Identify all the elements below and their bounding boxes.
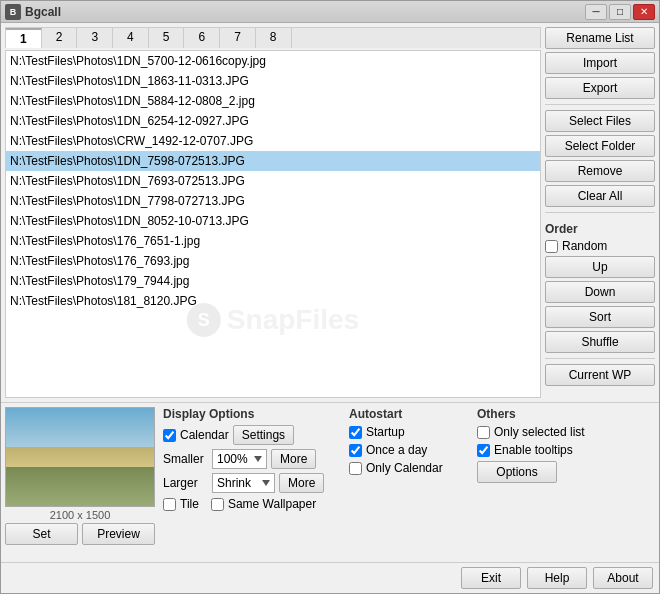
main-content: 1 2 3 4 5 6 7 8 N:\TestFiles\Photos\1DN_… [1, 23, 659, 402]
others-section: Others Only selected list Enable tooltip… [477, 407, 655, 558]
file-item[interactable]: N:\TestFiles\Photos\1DN_6254-12-0927.JPG [6, 111, 540, 131]
tab-4[interactable]: 4 [113, 28, 149, 48]
random-label: Random [562, 239, 607, 253]
file-item[interactable]: N:\TestFiles\Photos\1DN_7693-072513.JPG [6, 171, 540, 191]
remove-button[interactable]: Remove [545, 160, 655, 182]
file-item[interactable]: N:\TestFiles\Photos\1DN_5700-12-0616copy… [6, 51, 540, 71]
enable-tooltips-row: Enable tooltips [477, 443, 655, 457]
same-wallpaper-checkbox-row: Same Wallpaper [211, 497, 316, 511]
export-button[interactable]: Export [545, 77, 655, 99]
startup-row: Startup [349, 425, 469, 439]
file-item[interactable]: N:\TestFiles\Photos\1DN_1863-11-0313.JPG [6, 71, 540, 91]
only-selected-checkbox[interactable] [477, 426, 490, 439]
divider-1 [545, 104, 655, 105]
once-a-day-checkbox[interactable] [349, 444, 362, 457]
file-item[interactable]: N:\TestFiles\Photos\1DN_5884-12-0808_2.j… [6, 91, 540, 111]
autostart-section: Autostart Startup Once a day Only Calend… [349, 407, 469, 558]
larger-select[interactable]: Shrink Stretch Center Tile [212, 473, 275, 493]
down-button[interactable]: Down [545, 281, 655, 303]
up-button[interactable]: Up [545, 256, 655, 278]
calendar-label: Calendar [180, 428, 229, 442]
file-item[interactable]: N:\TestFiles\Photos\179_7944.jpg [6, 271, 540, 291]
larger-label: Larger [163, 476, 208, 490]
tabs-bar: 1 2 3 4 5 6 7 8 [5, 27, 541, 48]
tab-2[interactable]: 2 [42, 28, 78, 48]
bottom-section: 2100 x 1500 Set Preview Display Options … [1, 402, 659, 562]
tile-checkbox[interactable] [163, 498, 176, 511]
settings-button[interactable]: Settings [233, 425, 294, 445]
tab-8[interactable]: 8 [256, 28, 292, 48]
same-wallpaper-checkbox[interactable] [211, 498, 224, 511]
title-bar-left: B Bgcall [5, 4, 61, 20]
once-a-day-row: Once a day [349, 443, 469, 457]
tab-1[interactable]: 1 [6, 28, 42, 48]
file-item[interactable]: N:\TestFiles\Photos\176_7651-1.jpg [6, 231, 540, 251]
title-bar: B Bgcall ─ □ ✕ [1, 1, 659, 23]
display-options-title: Display Options [163, 407, 341, 421]
select-files-button[interactable]: Select Files [545, 110, 655, 132]
divider-3 [545, 358, 655, 359]
smaller-label: Smaller [163, 452, 208, 466]
help-button[interactable]: Help [527, 567, 587, 589]
divider-2 [545, 212, 655, 213]
display-options: Display Options Calendar Settings Smalle… [163, 407, 341, 558]
options-button[interactable]: Options [477, 461, 557, 483]
preview-button[interactable]: Preview [82, 523, 155, 545]
set-button[interactable]: Set [5, 523, 78, 545]
sort-button[interactable]: Sort [545, 306, 655, 328]
minimize-button[interactable]: ─ [585, 4, 607, 20]
close-button[interactable]: ✕ [633, 4, 655, 20]
file-list-container[interactable]: N:\TestFiles\Photos\1DN_5700-12-0616copy… [5, 50, 541, 398]
enable-tooltips-checkbox[interactable] [477, 444, 490, 457]
file-item[interactable]: N:\TestFiles\Photos\176_7693.jpg [6, 251, 540, 271]
autostart-title: Autostart [349, 407, 469, 421]
thumbnail-size: 2100 x 1500 [50, 509, 111, 521]
only-calendar-checkbox[interactable] [349, 462, 362, 475]
file-item[interactable]: N:\TestFiles\Photos\1DN_8052-10-0713.JPG [6, 211, 540, 231]
window-title: Bgcall [25, 5, 61, 19]
tab-6[interactable]: 6 [184, 28, 220, 48]
larger-row: Larger Shrink Stretch Center Tile More [163, 473, 341, 493]
startup-checkbox[interactable] [349, 426, 362, 439]
current-wp-button[interactable]: Current WP [545, 364, 655, 386]
shuffle-button[interactable]: Shuffle [545, 331, 655, 353]
exit-button[interactable]: Exit [461, 567, 521, 589]
main-window: B Bgcall ─ □ ✕ 1 2 3 4 5 6 7 8 N:\ [0, 0, 660, 594]
tile-checkbox-row: Tile [163, 497, 199, 511]
file-item[interactable]: N:\TestFiles\Photos\181_8120.JPG [6, 291, 540, 311]
thumbnail-land [6, 467, 154, 506]
bottom-bar: Exit Help About [1, 562, 659, 593]
select-folder-button[interactable]: Select Folder [545, 135, 655, 157]
tile-label: Tile [180, 497, 199, 511]
file-list: N:\TestFiles\Photos\1DN_5700-12-0616copy… [6, 51, 540, 311]
enable-tooltips-label: Enable tooltips [494, 443, 573, 457]
rename-list-button[interactable]: Rename List [545, 27, 655, 49]
file-item[interactable]: N:\TestFiles\Photos\1DN_7798-072713.JPG [6, 191, 540, 211]
tile-row: Tile Same Wallpaper [163, 497, 341, 511]
file-item[interactable]: N:\TestFiles\Photos\1DN_7598-072513.JPG [6, 151, 540, 171]
thumb-buttons: Set Preview [5, 523, 155, 545]
thumbnail-image [5, 407, 155, 507]
calendar-checkbox[interactable] [163, 429, 176, 442]
thumbnail-section: 2100 x 1500 Set Preview [5, 407, 155, 558]
tab-7[interactable]: 7 [220, 28, 256, 48]
maximize-button[interactable]: □ [609, 4, 631, 20]
others-title: Others [477, 407, 655, 421]
tab-3[interactable]: 3 [77, 28, 113, 48]
only-calendar-row: Only Calendar [349, 461, 469, 475]
about-button[interactable]: About [593, 567, 653, 589]
larger-more-button[interactable]: More [279, 473, 324, 493]
import-button[interactable]: Import [545, 52, 655, 74]
clear-all-button[interactable]: Clear All [545, 185, 655, 207]
order-label: Order [545, 222, 655, 236]
right-panel: Rename List Import Export Select Files S… [545, 27, 655, 398]
startup-label: Startup [366, 425, 405, 439]
tab-5[interactable]: 5 [149, 28, 185, 48]
smaller-more-button[interactable]: More [271, 449, 316, 469]
random-checkbox[interactable] [545, 240, 558, 253]
file-item[interactable]: N:\TestFiles\Photos\CRW_1492-12-0707.JPG [6, 131, 540, 151]
only-calendar-label: Only Calendar [366, 461, 443, 475]
smaller-select[interactable]: 100% 50% 75% 125% 150% [212, 449, 267, 469]
once-a-day-label: Once a day [366, 443, 427, 457]
thumbnail-sky [6, 408, 154, 447]
